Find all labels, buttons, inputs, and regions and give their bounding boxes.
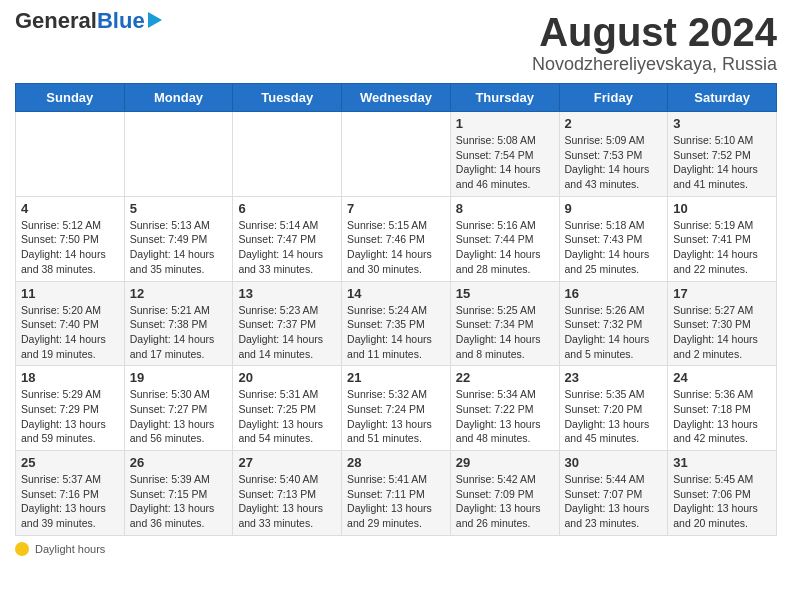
calendar-cell: 7Sunrise: 5:15 AM Sunset: 7:46 PM Daylig… xyxy=(342,196,451,281)
day-number: 26 xyxy=(130,455,228,470)
daylight-label: Daylight hours xyxy=(35,543,105,555)
logo-arrow-icon xyxy=(148,12,162,28)
calendar-cell: 17Sunrise: 5:27 AM Sunset: 7:30 PM Dayli… xyxy=(668,281,777,366)
day-number: 16 xyxy=(565,286,663,301)
calendar-week-4: 18Sunrise: 5:29 AM Sunset: 7:29 PM Dayli… xyxy=(16,366,777,451)
day-info: Sunrise: 5:32 AM Sunset: 7:24 PM Dayligh… xyxy=(347,387,445,446)
day-info: Sunrise: 5:35 AM Sunset: 7:20 PM Dayligh… xyxy=(565,387,663,446)
title-area: August 2024 Novodzhereliyevskaya, Russia xyxy=(532,10,777,75)
day-info: Sunrise: 5:14 AM Sunset: 7:47 PM Dayligh… xyxy=(238,218,336,277)
calendar-cell: 31Sunrise: 5:45 AM Sunset: 7:06 PM Dayli… xyxy=(668,451,777,536)
calendar-body: 1Sunrise: 5:08 AM Sunset: 7:54 PM Daylig… xyxy=(16,112,777,536)
day-info: Sunrise: 5:08 AM Sunset: 7:54 PM Dayligh… xyxy=(456,133,554,192)
day-info: Sunrise: 5:41 AM Sunset: 7:11 PM Dayligh… xyxy=(347,472,445,531)
calendar-cell: 29Sunrise: 5:42 AM Sunset: 7:09 PM Dayli… xyxy=(450,451,559,536)
calendar-cell: 27Sunrise: 5:40 AM Sunset: 7:13 PM Dayli… xyxy=(233,451,342,536)
day-number: 17 xyxy=(673,286,771,301)
day-info: Sunrise: 5:21 AM Sunset: 7:38 PM Dayligh… xyxy=(130,303,228,362)
day-info: Sunrise: 5:12 AM Sunset: 7:50 PM Dayligh… xyxy=(21,218,119,277)
day-number: 10 xyxy=(673,201,771,216)
day-of-week-tuesday: Tuesday xyxy=(233,84,342,112)
day-info: Sunrise: 5:45 AM Sunset: 7:06 PM Dayligh… xyxy=(673,472,771,531)
calendar-cell: 2Sunrise: 5:09 AM Sunset: 7:53 PM Daylig… xyxy=(559,112,668,197)
day-number: 19 xyxy=(130,370,228,385)
calendar-table: SundayMondayTuesdayWednesdayThursdayFrid… xyxy=(15,83,777,536)
calendar-cell: 14Sunrise: 5:24 AM Sunset: 7:35 PM Dayli… xyxy=(342,281,451,366)
day-info: Sunrise: 5:13 AM Sunset: 7:49 PM Dayligh… xyxy=(130,218,228,277)
day-number: 11 xyxy=(21,286,119,301)
day-info: Sunrise: 5:37 AM Sunset: 7:16 PM Dayligh… xyxy=(21,472,119,531)
calendar-header: SundayMondayTuesdayWednesdayThursdayFrid… xyxy=(16,84,777,112)
calendar-cell: 22Sunrise: 5:34 AM Sunset: 7:22 PM Dayli… xyxy=(450,366,559,451)
day-info: Sunrise: 5:15 AM Sunset: 7:46 PM Dayligh… xyxy=(347,218,445,277)
calendar-cell: 24Sunrise: 5:36 AM Sunset: 7:18 PM Dayli… xyxy=(668,366,777,451)
day-number: 5 xyxy=(130,201,228,216)
calendar-cell: 11Sunrise: 5:20 AM Sunset: 7:40 PM Dayli… xyxy=(16,281,125,366)
day-info: Sunrise: 5:23 AM Sunset: 7:37 PM Dayligh… xyxy=(238,303,336,362)
calendar-cell: 1Sunrise: 5:08 AM Sunset: 7:54 PM Daylig… xyxy=(450,112,559,197)
day-info: Sunrise: 5:36 AM Sunset: 7:18 PM Dayligh… xyxy=(673,387,771,446)
day-number: 13 xyxy=(238,286,336,301)
day-info: Sunrise: 5:30 AM Sunset: 7:27 PM Dayligh… xyxy=(130,387,228,446)
day-number: 4 xyxy=(21,201,119,216)
calendar-cell: 30Sunrise: 5:44 AM Sunset: 7:07 PM Dayli… xyxy=(559,451,668,536)
day-number: 20 xyxy=(238,370,336,385)
calendar-cell: 26Sunrise: 5:39 AM Sunset: 7:15 PM Dayli… xyxy=(124,451,233,536)
page-header: General Blue August 2024 Novodzhereliyev… xyxy=(15,10,777,75)
logo-general-text: General xyxy=(15,10,97,32)
day-info: Sunrise: 5:16 AM Sunset: 7:44 PM Dayligh… xyxy=(456,218,554,277)
day-number: 15 xyxy=(456,286,554,301)
calendar-cell: 19Sunrise: 5:30 AM Sunset: 7:27 PM Dayli… xyxy=(124,366,233,451)
day-number: 30 xyxy=(565,455,663,470)
day-number: 31 xyxy=(673,455,771,470)
calendar-cell: 13Sunrise: 5:23 AM Sunset: 7:37 PM Dayli… xyxy=(233,281,342,366)
day-info: Sunrise: 5:44 AM Sunset: 7:07 PM Dayligh… xyxy=(565,472,663,531)
day-number: 29 xyxy=(456,455,554,470)
day-info: Sunrise: 5:26 AM Sunset: 7:32 PM Dayligh… xyxy=(565,303,663,362)
day-number: 12 xyxy=(130,286,228,301)
logo: General Blue xyxy=(15,10,162,32)
day-info: Sunrise: 5:10 AM Sunset: 7:52 PM Dayligh… xyxy=(673,133,771,192)
calendar-cell: 18Sunrise: 5:29 AM Sunset: 7:29 PM Dayli… xyxy=(16,366,125,451)
day-number: 6 xyxy=(238,201,336,216)
day-info: Sunrise: 5:29 AM Sunset: 7:29 PM Dayligh… xyxy=(21,387,119,446)
calendar-cell: 20Sunrise: 5:31 AM Sunset: 7:25 PM Dayli… xyxy=(233,366,342,451)
day-info: Sunrise: 5:09 AM Sunset: 7:53 PM Dayligh… xyxy=(565,133,663,192)
calendar-cell: 8Sunrise: 5:16 AM Sunset: 7:44 PM Daylig… xyxy=(450,196,559,281)
calendar-week-5: 25Sunrise: 5:37 AM Sunset: 7:16 PM Dayli… xyxy=(16,451,777,536)
day-number: 9 xyxy=(565,201,663,216)
day-of-week-thursday: Thursday xyxy=(450,84,559,112)
calendar-cell: 28Sunrise: 5:41 AM Sunset: 7:11 PM Dayli… xyxy=(342,451,451,536)
day-number: 24 xyxy=(673,370,771,385)
day-number: 2 xyxy=(565,116,663,131)
day-number: 3 xyxy=(673,116,771,131)
day-info: Sunrise: 5:31 AM Sunset: 7:25 PM Dayligh… xyxy=(238,387,336,446)
calendar-cell: 16Sunrise: 5:26 AM Sunset: 7:32 PM Dayli… xyxy=(559,281,668,366)
calendar-cell: 5Sunrise: 5:13 AM Sunset: 7:49 PM Daylig… xyxy=(124,196,233,281)
calendar-cell: 10Sunrise: 5:19 AM Sunset: 7:41 PM Dayli… xyxy=(668,196,777,281)
day-number: 27 xyxy=(238,455,336,470)
sun-icon xyxy=(15,542,29,556)
day-number: 7 xyxy=(347,201,445,216)
day-info: Sunrise: 5:19 AM Sunset: 7:41 PM Dayligh… xyxy=(673,218,771,277)
day-of-week-monday: Monday xyxy=(124,84,233,112)
day-info: Sunrise: 5:18 AM Sunset: 7:43 PM Dayligh… xyxy=(565,218,663,277)
day-info: Sunrise: 5:20 AM Sunset: 7:40 PM Dayligh… xyxy=(21,303,119,362)
calendar-cell: 23Sunrise: 5:35 AM Sunset: 7:20 PM Dayli… xyxy=(559,366,668,451)
day-of-week-friday: Friday xyxy=(559,84,668,112)
day-number: 8 xyxy=(456,201,554,216)
calendar-cell: 9Sunrise: 5:18 AM Sunset: 7:43 PM Daylig… xyxy=(559,196,668,281)
day-number: 25 xyxy=(21,455,119,470)
month-title: August 2024 xyxy=(532,10,777,54)
day-info: Sunrise: 5:42 AM Sunset: 7:09 PM Dayligh… xyxy=(456,472,554,531)
day-info: Sunrise: 5:40 AM Sunset: 7:13 PM Dayligh… xyxy=(238,472,336,531)
calendar-week-2: 4Sunrise: 5:12 AM Sunset: 7:50 PM Daylig… xyxy=(16,196,777,281)
day-number: 1 xyxy=(456,116,554,131)
calendar-cell xyxy=(233,112,342,197)
day-number: 23 xyxy=(565,370,663,385)
day-info: Sunrise: 5:27 AM Sunset: 7:30 PM Dayligh… xyxy=(673,303,771,362)
day-number: 28 xyxy=(347,455,445,470)
calendar-cell: 25Sunrise: 5:37 AM Sunset: 7:16 PM Dayli… xyxy=(16,451,125,536)
day-number: 22 xyxy=(456,370,554,385)
location-title: Novodzhereliyevskaya, Russia xyxy=(532,54,777,75)
